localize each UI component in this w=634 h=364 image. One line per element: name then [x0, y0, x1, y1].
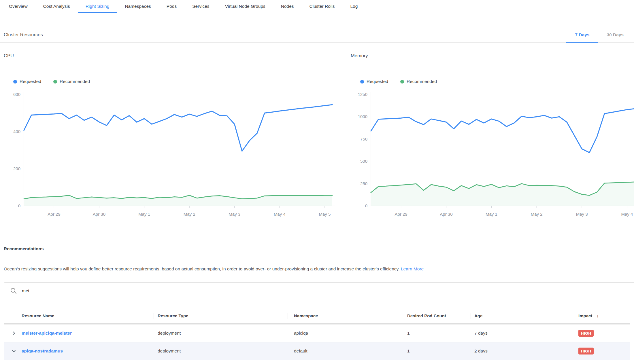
range-30-days[interactable]: 30 Days	[598, 32, 632, 42]
header-spacer	[4, 316, 22, 321]
svg-text:May 2: May 2	[184, 212, 195, 217]
requested-dot-icon	[13, 80, 17, 84]
memory-line-chart: 025050075010001250Apr 29Apr 30May 1May 2…	[351, 88, 634, 224]
table-header-row: Resource Name Resource Type Namespace De…	[4, 308, 630, 324]
resource-name-link[interactable]: meister-apiciqa-meister	[22, 331, 72, 335]
column-header-desired-pod-count: Desired Pod Count	[403, 313, 471, 323]
expand-row-button[interactable]	[11, 330, 17, 336]
search-bar	[4, 283, 630, 299]
charts-row: CPU Requested Recommended 0200400600Apr …	[0, 43, 634, 224]
svg-text:0: 0	[18, 203, 20, 208]
svg-text:May 1: May 1	[486, 212, 497, 217]
namespace-cell: apiciqa	[288, 331, 403, 336]
column-header-resource-name: Resource Name	[22, 313, 154, 323]
memory-chart-panel: Memory Requested Recommended 02505007501…	[351, 53, 634, 224]
recommendations-text: Ocean's resizing suggestions will help y…	[4, 266, 400, 271]
svg-text:400: 400	[13, 129, 20, 134]
cluster-resources-header: Cluster Resources 7 Days 30 Days	[0, 13, 634, 43]
impact-high-badge: HIGH	[578, 330, 594, 337]
search-icon	[10, 287, 17, 294]
top-tab-bar: Overview Cost Analysis Right Sizing Name…	[0, 0, 634, 13]
tab-right-sizing[interactable]: Right Sizing	[78, 0, 117, 13]
range-7-days-label: 7 Days	[575, 32, 589, 37]
sort-desc-icon: ↓	[597, 313, 599, 318]
svg-text:May 3: May 3	[229, 212, 240, 217]
tab-label: Overview	[9, 4, 28, 9]
tab-cost-analysis[interactable]: Cost Analysis	[35, 0, 78, 13]
memory-chart-legend: Requested Recommended	[360, 79, 634, 84]
impact-cell: HIGH	[573, 348, 630, 354]
resource-type-cell: deployment	[154, 331, 288, 336]
tab-namespaces[interactable]: Namespaces	[117, 0, 158, 13]
recommendations-table: Resource Name Resource Type Namespace De…	[4, 308, 630, 360]
svg-text:May 3: May 3	[576, 212, 588, 217]
column-header-age: Age	[471, 313, 573, 323]
range-30-days-label: 30 Days	[607, 32, 624, 37]
tab-label: Cluster Rolls	[310, 4, 335, 9]
svg-text:500: 500	[360, 159, 367, 164]
cpu-chart-panel: CPU Requested Recommended 0200400600Apr …	[4, 53, 335, 224]
svg-text:200: 200	[13, 166, 20, 171]
namespace-cell: default	[288, 348, 403, 354]
svg-text:0: 0	[365, 203, 367, 208]
resource-name-cell: apiqa-nostradamus	[22, 348, 154, 354]
svg-text:1000: 1000	[358, 114, 367, 119]
impact-cell: HIGH	[573, 330, 630, 337]
tab-services[interactable]: Services	[184, 0, 217, 13]
recommendations-section: Recommendations Ocean's resizing suggest…	[4, 246, 630, 360]
learn-more-link[interactable]: Learn More	[401, 266, 424, 271]
tab-label: Cost Analysis	[43, 4, 70, 9]
row-expand-cell	[4, 348, 22, 354]
tab-cluster-rolls[interactable]: Cluster Rolls	[302, 0, 343, 13]
age-cell: 2 days	[471, 348, 573, 354]
tab-label: Pods	[167, 4, 177, 9]
legend-label: Requested	[367, 79, 388, 84]
active-range-underline	[566, 42, 598, 43]
tab-label: Nodes	[281, 4, 294, 9]
column-header-namespace: Namespace	[288, 313, 403, 323]
memory-chart-title: Memory	[351, 53, 634, 62]
tab-virtual-node-groups[interactable]: Virtual Node Groups	[217, 0, 273, 13]
table-row[interactable]: apiqa-nostradamus deployment default 1 2…	[4, 342, 630, 360]
legend-item-recommended[interactable]: Recommended	[400, 79, 437, 84]
chevron-right-icon	[11, 331, 16, 336]
svg-text:250: 250	[360, 181, 367, 186]
svg-text:Apr 29: Apr 29	[395, 212, 407, 217]
age-cell: 7 days	[471, 331, 573, 336]
legend-label: Recommended	[60, 79, 90, 84]
svg-text:May 5: May 5	[319, 212, 331, 217]
tab-pods[interactable]: Pods	[159, 0, 184, 13]
svg-text:May 4: May 4	[274, 212, 286, 217]
time-range-toggle: 7 Days 30 Days	[566, 32, 632, 42]
svg-text:May 1: May 1	[138, 212, 150, 217]
desired-pod-count-cell: 1	[403, 348, 471, 354]
tab-nodes[interactable]: Nodes	[273, 0, 302, 13]
svg-text:Apr 29: Apr 29	[48, 212, 60, 217]
recommendations-description: Ocean's resizing suggestions will help y…	[4, 266, 630, 272]
active-tab-underline	[78, 12, 117, 13]
legend-item-recommended[interactable]: Recommended	[53, 79, 90, 84]
column-header-resource-type: Resource Type	[154, 313, 288, 323]
tab-label: Virtual Node Groups	[225, 4, 265, 9]
resource-type-cell: deployment	[154, 348, 288, 354]
svg-text:750: 750	[360, 136, 367, 141]
range-7-days[interactable]: 7 Days	[566, 32, 598, 42]
column-header-impact[interactable]: Impact ↓	[573, 313, 630, 323]
requested-dot-icon	[360, 80, 364, 84]
resource-name-link[interactable]: apiqa-nostradamus	[22, 348, 63, 353]
tab-log[interactable]: Log	[342, 0, 365, 13]
search-input[interactable]	[4, 283, 634, 299]
resource-name-cell: meister-apiciqa-meister	[22, 331, 154, 336]
recommended-dot-icon	[53, 80, 57, 84]
table-row[interactable]: meister-apiciqa-meister deployment apici…	[4, 324, 630, 342]
tab-overview[interactable]: Overview	[1, 0, 35, 13]
legend-item-requested[interactable]: Requested	[13, 79, 41, 84]
svg-text:Apr 30: Apr 30	[93, 212, 105, 217]
collapse-row-button[interactable]	[11, 348, 17, 354]
tab-label: Namespaces	[125, 4, 151, 9]
cpu-line-chart: 0200400600Apr 29Apr 30May 1May 2May 3May…	[4, 88, 335, 224]
recommended-dot-icon	[400, 80, 404, 84]
impact-header-label: Impact	[578, 313, 592, 318]
legend-label: Recommended	[407, 79, 437, 84]
legend-item-requested[interactable]: Requested	[360, 79, 388, 84]
